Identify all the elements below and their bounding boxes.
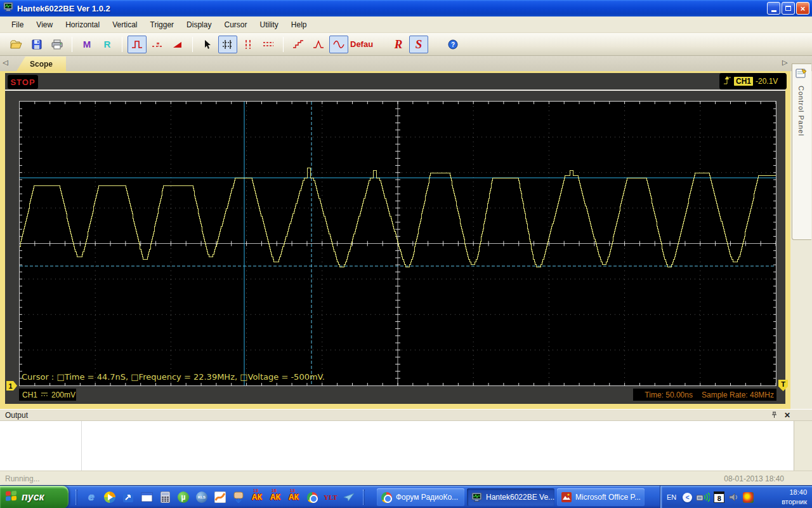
menu-help[interactable]: Help — [285, 18, 313, 32]
antivirus-icon[interactable] — [743, 492, 754, 503]
trigger-rising-edge-icon — [723, 76, 731, 88]
menu-vertical[interactable]: Vertical — [106, 18, 143, 32]
channel1-info[interactable]: CH1 200mV — [19, 389, 76, 401]
open-file-button[interactable] — [7, 36, 26, 53]
script-s-button[interactable]: S — [409, 36, 428, 53]
print-button[interactable] — [48, 36, 67, 53]
restore-icon — [785, 6, 791, 11]
print-icon — [51, 39, 63, 50]
clock-time: 18:40 — [782, 488, 807, 497]
eject-arrow-icon[interactable] — [122, 491, 134, 504]
default-setup-button[interactable]: Defau — [350, 36, 374, 53]
trigger-pulse-button[interactable] — [148, 36, 167, 53]
menu-utility[interactable]: Utility — [253, 18, 284, 32]
toolbar-separator — [192, 37, 193, 52]
menu-cursor[interactable]: Cursor — [218, 18, 253, 32]
ak-3-icon[interactable]: АК13 — [287, 491, 300, 504]
volume-icon[interactable] — [728, 492, 739, 502]
taskbar-drag-handle[interactable] — [363, 490, 365, 505]
restore-button[interactable] — [782, 2, 795, 15]
taskbar-button-picture-manager[interactable]: Microsoft Office P... — [557, 488, 645, 506]
calendar-icon[interactable]: 8 — [714, 491, 724, 503]
scope-screen[interactable]: Cursor : □Time = 44.7nS, □Frequency = 22… — [19, 101, 776, 386]
run-stop-indicator[interactable]: STOP — [8, 75, 38, 89]
tab-scope[interactable]: Scope — [16, 57, 66, 71]
tab-scroll-right-icon[interactable]: ▷ — [782, 58, 787, 67]
math-button[interactable]: M — [77, 36, 96, 53]
collapse-chevron-icon[interactable]: < — [683, 493, 692, 502]
trigger-slope-icon — [172, 39, 183, 50]
run-stop-label: STOP — [10, 77, 35, 87]
timebase-info: Time: 50.00ns Sample Rate: 48MHz — [633, 389, 776, 401]
clock[interactable]: 18:40 вторник — [782, 488, 807, 507]
ak-1-icon[interactable]: АК13 — [251, 491, 263, 504]
menu-file[interactable]: File — [5, 18, 30, 32]
chrome-icon[interactable] — [306, 491, 318, 504]
markerT-label: T — [781, 380, 785, 388]
ylt-icon[interactable]: YLT — [324, 491, 337, 504]
close-button[interactable]: × — [796, 2, 809, 15]
utorrent-icon[interactable]: µ — [177, 491, 190, 504]
start-button[interactable]: пуск — [0, 486, 69, 508]
window-app-icon[interactable] — [140, 491, 153, 504]
ak-2-icon[interactable]: АК16 — [269, 491, 282, 504]
channel1-position-marker[interactable]: 1 — [6, 381, 17, 391]
script-r-button[interactable]: R — [389, 36, 408, 53]
scope-separator-line — [5, 90, 785, 91]
trigger-edge-button[interactable] — [128, 36, 147, 53]
trigger-level-value: -20.1V — [756, 77, 778, 86]
cursor-horizontal-button[interactable] — [259, 36, 278, 53]
reference-button[interactable]: R — [98, 36, 117, 53]
status-text: Running... — [5, 474, 40, 483]
close-panel-icon[interactable]: ✕ — [784, 411, 790, 420]
menu-horizontal[interactable]: Horizontal — [59, 18, 106, 32]
trigger-slope-button[interactable] — [168, 36, 187, 53]
save-file-button[interactable] — [27, 36, 46, 53]
cursor-cross-button[interactable] — [218, 36, 237, 53]
channel1-volts-div: 200mV — [51, 391, 75, 399]
taskbar-drag-handle[interactable] — [75, 490, 77, 505]
pin-icon[interactable] — [771, 410, 778, 421]
paper-plane-icon[interactable] — [343, 491, 355, 504]
minimize-button[interactable] — [767, 2, 780, 15]
control-panel-icon — [796, 68, 808, 81]
network-icon[interactable] — [696, 491, 710, 503]
title-bar: Hantek6022BE Ver 1.0.2 × — [0, 0, 812, 17]
help-button[interactable]: ? — [443, 36, 462, 53]
output-divider — [81, 421, 82, 471]
pointer-button[interactable] — [198, 36, 217, 53]
internet-explorer-icon[interactable]: e — [85, 491, 98, 504]
status-bar: Running... 08-01-2013 18:40 — [0, 471, 812, 485]
image-viewer-icon[interactable] — [214, 491, 226, 504]
dc-coupling-icon — [41, 391, 48, 399]
scope-screen-svg — [20, 102, 776, 385]
taskbar-button-hantek[interactable]: Hantek6022BE Ve... — [467, 488, 554, 506]
taskbar-button-chrome[interactable]: Форум РадиоКо... — [377, 488, 464, 506]
toolbar: MRDefauRS? — [0, 33, 812, 56]
trigger-indicator: CH1 -20.1V — [719, 73, 787, 90]
calculator-icon[interactable] — [159, 491, 171, 504]
scope-inner-area: STOP CH1 -20.1V Cursor : □Time = 44.7nS,… — [5, 73, 785, 404]
tab-scroll-left-icon[interactable]: ◁ — [3, 58, 8, 67]
menu-trigger[interactable]: Trigger — [144, 18, 181, 32]
wave-sine-button[interactable] — [329, 36, 348, 53]
app-icon — [3, 2, 13, 15]
cursor-vertical-button[interactable] — [239, 36, 258, 53]
menu-view[interactable]: View — [30, 18, 59, 32]
quick-launch-bar: eµKLSАК13АК16АК13YLT — [74, 486, 367, 508]
scope-panel: STOP CH1 -20.1V Cursor : □Time = 44.7nS,… — [0, 71, 790, 409]
wave-step-button[interactable] — [289, 36, 308, 53]
menu-display[interactable]: Display — [180, 18, 218, 32]
media-player-icon[interactable] — [103, 491, 116, 504]
taskbar-button-label: Microsoft Office P... — [575, 493, 641, 502]
wave-peak-button[interactable] — [309, 36, 328, 53]
taskbar-button-label: Hantek6022BE Ve... — [486, 493, 554, 502]
output-panel-header: Output ✕ — [0, 409, 812, 421]
hand-download-icon[interactable] — [232, 491, 245, 504]
control-panel-tab[interactable]: Control Panel — [792, 64, 811, 240]
language-indicator[interactable]: EN — [667, 493, 676, 501]
clock-day: вторник — [782, 497, 807, 507]
kls-icon[interactable]: KLS — [195, 491, 208, 504]
minimize-icon — [771, 10, 776, 12]
trigger-position-marker[interactable]: T — [778, 380, 788, 391]
